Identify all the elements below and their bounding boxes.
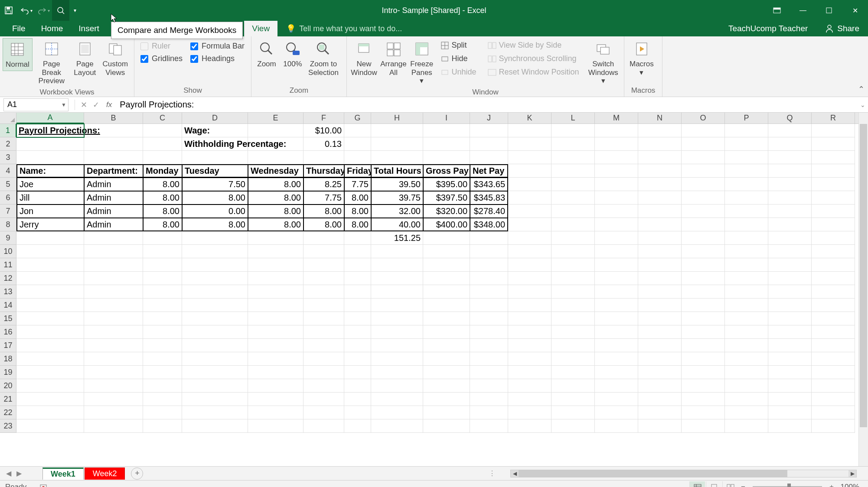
cell[interactable] bbox=[423, 406, 470, 419]
cell[interactable] bbox=[84, 245, 143, 258]
macros-button[interactable]: Macros▾ bbox=[627, 38, 656, 78]
cell[interactable] bbox=[551, 285, 595, 299]
cell[interactable] bbox=[725, 325, 768, 339]
cell[interactable] bbox=[768, 312, 812, 325]
cell[interactable] bbox=[84, 406, 143, 419]
cell[interactable] bbox=[595, 325, 638, 339]
cell[interactable] bbox=[16, 312, 84, 325]
cell[interactable] bbox=[248, 258, 303, 272]
cell[interactable] bbox=[182, 352, 248, 366]
cell[interactable] bbox=[682, 419, 725, 433]
sheet-tab-week1[interactable]: Week1 bbox=[42, 468, 84, 480]
cell[interactable] bbox=[16, 352, 84, 366]
cell[interactable] bbox=[508, 231, 551, 245]
cell[interactable] bbox=[768, 205, 812, 218]
cell[interactable]: 8.00 bbox=[143, 218, 182, 231]
cell[interactable] bbox=[768, 178, 812, 191]
cell[interactable] bbox=[423, 325, 470, 339]
cell[interactable] bbox=[725, 312, 768, 325]
cell[interactable] bbox=[812, 218, 855, 231]
cell[interactable] bbox=[84, 366, 143, 379]
cell[interactable] bbox=[812, 312, 855, 325]
cell[interactable] bbox=[143, 285, 182, 299]
tab-insert[interactable]: Insert bbox=[71, 21, 117, 36]
cell[interactable] bbox=[143, 339, 182, 352]
close-icon[interactable]: ✕ bbox=[842, 0, 868, 21]
cell[interactable] bbox=[551, 178, 595, 191]
cell[interactable] bbox=[725, 137, 768, 151]
row-header[interactable]: 9 bbox=[0, 231, 16, 245]
cell[interactable] bbox=[508, 366, 551, 379]
cell[interactable]: 8.00 bbox=[143, 191, 182, 205]
cell[interactable] bbox=[371, 285, 423, 299]
cell[interactable] bbox=[725, 191, 768, 205]
user-name[interactable]: TeachUcomp Teacher bbox=[728, 24, 808, 33]
cell[interactable] bbox=[682, 352, 725, 366]
cell[interactable] bbox=[638, 272, 682, 285]
cell[interactable] bbox=[470, 312, 508, 325]
cell[interactable] bbox=[768, 406, 812, 419]
cell[interactable] bbox=[812, 258, 855, 272]
cell[interactable]: 39.75 bbox=[371, 191, 423, 205]
cell[interactable] bbox=[182, 406, 248, 419]
cell[interactable] bbox=[344, 137, 371, 151]
cell[interactable] bbox=[423, 272, 470, 285]
cell[interactable] bbox=[812, 124, 855, 137]
cell[interactable] bbox=[84, 272, 143, 285]
column-header[interactable]: Q bbox=[768, 113, 812, 123]
column-header[interactable]: I bbox=[423, 113, 470, 123]
cell[interactable] bbox=[768, 366, 812, 379]
cell[interactable] bbox=[182, 379, 248, 393]
horizontal-scrollbar[interactable]: ◀ ▶ bbox=[510, 470, 857, 477]
cell[interactable] bbox=[470, 325, 508, 339]
row-header[interactable]: 21 bbox=[0, 393, 16, 406]
row-header[interactable]: 3 bbox=[0, 151, 16, 164]
cell[interactable] bbox=[248, 379, 303, 393]
cell[interactable] bbox=[423, 379, 470, 393]
cell[interactable] bbox=[143, 137, 182, 151]
cell[interactable] bbox=[371, 312, 423, 325]
cell[interactable] bbox=[638, 406, 682, 419]
cell[interactable] bbox=[725, 285, 768, 299]
cell[interactable] bbox=[470, 258, 508, 272]
cell[interactable]: $343.65 bbox=[470, 178, 508, 191]
cell[interactable] bbox=[84, 312, 143, 325]
cell[interactable] bbox=[812, 231, 855, 245]
cell[interactable] bbox=[303, 231, 344, 245]
cell[interactable] bbox=[682, 325, 725, 339]
cell[interactable] bbox=[470, 285, 508, 299]
cell[interactable] bbox=[595, 393, 638, 406]
compare-merge-icon[interactable] bbox=[52, 0, 69, 21]
cell[interactable] bbox=[595, 406, 638, 419]
cell[interactable]: 8.00 bbox=[182, 191, 248, 205]
cell[interactable] bbox=[182, 339, 248, 352]
new-window-button[interactable]: New Window bbox=[349, 38, 379, 78]
cell[interactable] bbox=[248, 231, 303, 245]
cell[interactable] bbox=[470, 151, 508, 164]
cell[interactable] bbox=[551, 191, 595, 205]
cell[interactable]: 8.00 bbox=[248, 191, 303, 205]
cell[interactable] bbox=[84, 352, 143, 366]
cell[interactable] bbox=[638, 285, 682, 299]
cell[interactable] bbox=[551, 205, 595, 218]
cell[interactable] bbox=[768, 379, 812, 393]
cell[interactable] bbox=[508, 218, 551, 231]
cell[interactable] bbox=[508, 393, 551, 406]
cell[interactable] bbox=[423, 258, 470, 272]
column-header[interactable]: N bbox=[638, 113, 682, 123]
cell[interactable] bbox=[682, 205, 725, 218]
cell[interactable] bbox=[768, 352, 812, 366]
tab-view[interactable]: View bbox=[244, 21, 277, 36]
cell[interactable] bbox=[470, 245, 508, 258]
cell[interactable] bbox=[682, 231, 725, 245]
scroll-left-icon[interactable]: ◀ bbox=[511, 470, 519, 477]
cell[interactable] bbox=[638, 339, 682, 352]
cell[interactable] bbox=[682, 366, 725, 379]
cell[interactable] bbox=[768, 124, 812, 137]
cell[interactable] bbox=[595, 352, 638, 366]
cell[interactable] bbox=[508, 339, 551, 352]
cell[interactable] bbox=[248, 325, 303, 339]
row-header[interactable]: 15 bbox=[0, 312, 16, 325]
cell[interactable] bbox=[595, 231, 638, 245]
cell[interactable] bbox=[371, 339, 423, 352]
